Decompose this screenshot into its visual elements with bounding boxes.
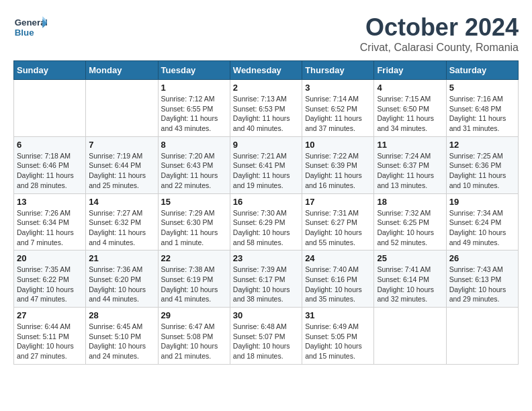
calendar-week-row: 13Sunrise: 7:26 AM Sunset: 6:34 PM Dayli… xyxy=(14,193,519,250)
day-number: 28 xyxy=(89,310,154,320)
logo-icon: General Blue xyxy=(13,13,47,40)
weekday-header: Sunday xyxy=(14,61,86,80)
day-detail: Sunrise: 7:16 AM Sunset: 6:48 PM Dayligh… xyxy=(449,94,515,134)
day-detail: Sunrise: 7:25 AM Sunset: 6:36 PM Dayligh… xyxy=(449,151,515,191)
day-number: 6 xyxy=(17,140,83,150)
weekday-header: Tuesday xyxy=(158,61,230,80)
calendar-week-row: 20Sunrise: 7:35 AM Sunset: 6:22 PM Dayli… xyxy=(14,250,519,308)
day-detail: Sunrise: 7:18 AM Sunset: 6:46 PM Dayligh… xyxy=(17,151,83,191)
calendar-cell: 10Sunrise: 7:22 AM Sunset: 6:39 PM Dayli… xyxy=(302,136,374,193)
day-detail: Sunrise: 7:29 AM Sunset: 6:30 PM Dayligh… xyxy=(161,208,227,248)
day-detail: Sunrise: 6:45 AM Sunset: 5:10 PM Dayligh… xyxy=(89,322,154,361)
calendar-week-row: 6Sunrise: 7:18 AM Sunset: 6:46 PM Daylig… xyxy=(14,136,519,193)
calendar-cell: 11Sunrise: 7:24 AM Sunset: 6:37 PM Dayli… xyxy=(374,136,446,193)
location-title: Crivat, Calarasi County, Romania xyxy=(360,42,519,54)
calendar-cell: 9Sunrise: 7:21 AM Sunset: 6:41 PM Daylig… xyxy=(230,136,302,193)
calendar-cell: 15Sunrise: 7:29 AM Sunset: 6:30 PM Dayli… xyxy=(158,193,230,250)
calendar-cell: 12Sunrise: 7:25 AM Sunset: 6:36 PM Dayli… xyxy=(446,136,518,193)
calendar-cell: 20Sunrise: 7:35 AM Sunset: 6:22 PM Dayli… xyxy=(14,250,86,308)
calendar-cell: 30Sunrise: 6:48 AM Sunset: 5:07 PM Dayli… xyxy=(230,308,302,365)
day-detail: Sunrise: 7:19 AM Sunset: 6:44 PM Dayligh… xyxy=(89,151,154,191)
calendar-cell xyxy=(374,308,446,365)
day-detail: Sunrise: 7:15 AM Sunset: 6:50 PM Dayligh… xyxy=(377,94,443,134)
calendar-cell: 8Sunrise: 7:20 AM Sunset: 6:43 PM Daylig… xyxy=(158,136,230,193)
day-detail: Sunrise: 7:30 AM Sunset: 6:29 PM Dayligh… xyxy=(233,208,299,248)
calendar-cell: 3Sunrise: 7:14 AM Sunset: 6:52 PM Daylig… xyxy=(302,80,374,137)
day-detail: Sunrise: 7:40 AM Sunset: 6:16 PM Dayligh… xyxy=(305,265,371,304)
day-number: 12 xyxy=(449,140,515,150)
day-number: 19 xyxy=(449,197,515,207)
weekday-header: Monday xyxy=(86,61,158,80)
day-detail: Sunrise: 7:41 AM Sunset: 6:14 PM Dayligh… xyxy=(377,265,443,304)
day-detail: Sunrise: 7:32 AM Sunset: 6:25 PM Dayligh… xyxy=(377,208,443,248)
calendar-cell: 13Sunrise: 7:26 AM Sunset: 6:34 PM Dayli… xyxy=(14,193,86,250)
day-number: 13 xyxy=(17,197,83,207)
day-number: 30 xyxy=(233,310,299,320)
day-number: 5 xyxy=(449,83,515,93)
calendar-cell: 23Sunrise: 7:39 AM Sunset: 6:17 PM Dayli… xyxy=(230,250,302,308)
calendar-cell: 2Sunrise: 7:13 AM Sunset: 6:53 PM Daylig… xyxy=(230,80,302,137)
weekday-header-row: SundayMondayTuesdayWednesdayThursdayFrid… xyxy=(14,61,519,80)
day-number: 10 xyxy=(305,140,371,150)
day-detail: Sunrise: 6:48 AM Sunset: 5:07 PM Dayligh… xyxy=(233,322,299,361)
day-number: 11 xyxy=(377,140,443,150)
day-number: 8 xyxy=(161,140,227,150)
day-number: 14 xyxy=(89,197,154,207)
calendar-cell: 14Sunrise: 7:27 AM Sunset: 6:32 PM Dayli… xyxy=(86,193,158,250)
calendar-cell xyxy=(14,80,86,137)
day-detail: Sunrise: 7:38 AM Sunset: 6:19 PM Dayligh… xyxy=(161,265,227,304)
day-detail: Sunrise: 6:44 AM Sunset: 5:11 PM Dayligh… xyxy=(17,322,83,361)
day-detail: Sunrise: 7:34 AM Sunset: 6:24 PM Dayligh… xyxy=(449,208,515,248)
calendar-cell: 18Sunrise: 7:32 AM Sunset: 6:25 PM Dayli… xyxy=(374,193,446,250)
calendar-cell: 31Sunrise: 6:49 AM Sunset: 5:05 PM Dayli… xyxy=(302,308,374,365)
calendar-cell: 5Sunrise: 7:16 AM Sunset: 6:48 PM Daylig… xyxy=(446,80,518,137)
day-detail: Sunrise: 7:12 AM Sunset: 6:55 PM Dayligh… xyxy=(161,94,227,134)
day-detail: Sunrise: 7:36 AM Sunset: 6:20 PM Dayligh… xyxy=(89,265,154,304)
calendar-cell: 24Sunrise: 7:40 AM Sunset: 6:16 PM Dayli… xyxy=(302,250,374,308)
calendar-week-row: 1Sunrise: 7:12 AM Sunset: 6:55 PM Daylig… xyxy=(14,80,519,137)
calendar-cell: 25Sunrise: 7:41 AM Sunset: 6:14 PM Dayli… xyxy=(374,250,446,308)
calendar-table: SundayMondayTuesdayWednesdayThursdayFrid… xyxy=(13,60,519,365)
day-number: 17 xyxy=(305,197,371,207)
title-area: October 2024 Crivat, Calarasi County, Ro… xyxy=(360,13,519,54)
svg-text:Blue: Blue xyxy=(15,28,34,38)
day-detail: Sunrise: 7:27 AM Sunset: 6:32 PM Dayligh… xyxy=(89,208,154,248)
weekday-header: Thursday xyxy=(302,61,374,80)
calendar-cell: 19Sunrise: 7:34 AM Sunset: 6:24 PM Dayli… xyxy=(446,193,518,250)
day-detail: Sunrise: 7:35 AM Sunset: 6:22 PM Dayligh… xyxy=(17,265,83,304)
day-number: 21 xyxy=(89,253,154,263)
day-number: 1 xyxy=(161,83,227,93)
header: General Blue October 2024 Crivat, Calara… xyxy=(13,13,519,54)
day-number: 26 xyxy=(449,253,515,263)
calendar-cell: 16Sunrise: 7:30 AM Sunset: 6:29 PM Dayli… xyxy=(230,193,302,250)
day-detail: Sunrise: 7:24 AM Sunset: 6:37 PM Dayligh… xyxy=(377,151,443,191)
day-number: 9 xyxy=(233,140,299,150)
calendar-cell: 29Sunrise: 6:47 AM Sunset: 5:08 PM Dayli… xyxy=(158,308,230,365)
calendar-cell: 28Sunrise: 6:45 AM Sunset: 5:10 PM Dayli… xyxy=(86,308,158,365)
day-detail: Sunrise: 7:31 AM Sunset: 6:27 PM Dayligh… xyxy=(305,208,371,248)
calendar-cell: 22Sunrise: 7:38 AM Sunset: 6:19 PM Dayli… xyxy=(158,250,230,308)
day-number: 7 xyxy=(89,140,154,150)
weekday-header: Friday xyxy=(374,61,446,80)
day-number: 3 xyxy=(305,83,371,93)
day-number: 23 xyxy=(233,253,299,263)
calendar-cell: 17Sunrise: 7:31 AM Sunset: 6:27 PM Dayli… xyxy=(302,193,374,250)
day-number: 20 xyxy=(17,253,83,263)
calendar-cell: 6Sunrise: 7:18 AM Sunset: 6:46 PM Daylig… xyxy=(14,136,86,193)
svg-text:General: General xyxy=(15,17,47,28)
calendar-cell: 26Sunrise: 7:43 AM Sunset: 6:13 PM Dayli… xyxy=(446,250,518,308)
day-detail: Sunrise: 6:49 AM Sunset: 5:05 PM Dayligh… xyxy=(305,322,371,361)
day-detail: Sunrise: 6:47 AM Sunset: 5:08 PM Dayligh… xyxy=(161,322,227,361)
day-number: 2 xyxy=(233,83,299,93)
calendar-cell: 4Sunrise: 7:15 AM Sunset: 6:50 PM Daylig… xyxy=(374,80,446,137)
day-detail: Sunrise: 7:39 AM Sunset: 6:17 PM Dayligh… xyxy=(233,265,299,304)
day-detail: Sunrise: 7:22 AM Sunset: 6:39 PM Dayligh… xyxy=(305,151,371,191)
calendar-week-row: 27Sunrise: 6:44 AM Sunset: 5:11 PM Dayli… xyxy=(14,308,519,365)
day-number: 27 xyxy=(17,310,83,320)
calendar-cell: 21Sunrise: 7:36 AM Sunset: 6:20 PM Dayli… xyxy=(86,250,158,308)
day-detail: Sunrise: 7:13 AM Sunset: 6:53 PM Dayligh… xyxy=(233,94,299,134)
day-number: 16 xyxy=(233,197,299,207)
day-number: 4 xyxy=(377,83,443,93)
calendar-cell: 27Sunrise: 6:44 AM Sunset: 5:11 PM Dayli… xyxy=(14,308,86,365)
day-number: 15 xyxy=(161,197,227,207)
